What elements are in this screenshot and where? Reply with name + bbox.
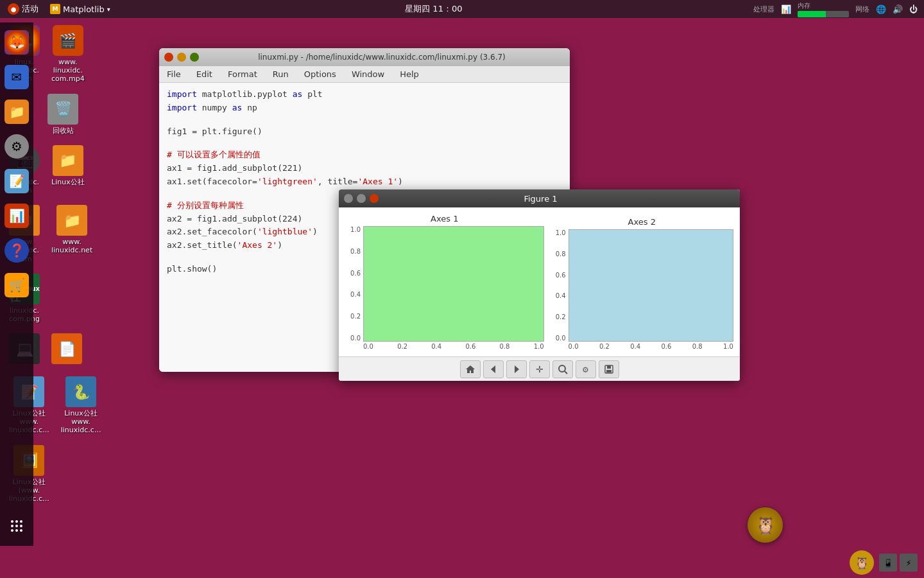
editor-close-button[interactable] bbox=[164, 53, 173, 62]
svg-point-0 bbox=[11, 520, 13, 523]
menu-window[interactable]: Window bbox=[349, 68, 387, 80]
svg-point-13 bbox=[559, 365, 565, 372]
menu-edit[interactable]: Edit bbox=[194, 68, 215, 80]
code-line-2: import numpy as np bbox=[167, 101, 562, 115]
folder1-icon: 📁 bbox=[53, 145, 83, 176]
chart2-plot bbox=[569, 229, 733, 342]
memory-bar bbox=[798, 11, 849, 17]
dock-help[interactable]: ❓ bbox=[2, 236, 31, 265]
dock-settings[interactable]: ⚙️ bbox=[2, 132, 31, 161]
svg-rect-18 bbox=[606, 370, 612, 372]
chart1-area: 1.0 0.8 0.6 0.4 0.2 0.0 bbox=[345, 226, 544, 342]
notification-owl[interactable]: 🦉 bbox=[850, 550, 874, 575]
dock-amazon-icon: 🛒 bbox=[4, 273, 29, 297]
dock-libreoffice[interactable]: 📊 bbox=[2, 201, 31, 231]
dock-files[interactable]: 📁 bbox=[2, 97, 31, 127]
editor-window-buttons bbox=[164, 53, 199, 62]
figure-toolbar: ✛ ⚙ bbox=[339, 356, 740, 381]
memory-indicator: 内存 bbox=[798, 1, 849, 17]
svg-marker-11 bbox=[515, 365, 519, 373]
menu-format[interactable]: Format bbox=[225, 68, 260, 80]
network-label: 网络 bbox=[855, 4, 869, 14]
figure-minimize-button[interactable] bbox=[344, 194, 353, 203]
code-icon: 📄 bbox=[51, 333, 82, 364]
taskbar-right: 处理器 📊 内存 网络 🌐 🔊 ⏻ bbox=[753, 1, 924, 17]
desktop-icon-folder3[interactable]: 📁 www.linuxidc.net bbox=[49, 202, 95, 257]
editor-titlebar: linuxmi.py - /home/linuxidc/www.linuxidc… bbox=[159, 48, 570, 66]
app-menu-arrow: ▾ bbox=[107, 6, 110, 13]
svg-marker-10 bbox=[491, 365, 495, 373]
left-dock: 🦊 ✉️ 📁 ⚙️ 📝 📊 ❓ 🛒 bbox=[0, 22, 33, 546]
toolbar-settings-button[interactable]: ⚙ bbox=[576, 360, 596, 378]
toolbar-pan-button[interactable]: ✛ bbox=[529, 360, 550, 378]
svg-text:✛: ✛ bbox=[536, 364, 543, 374]
owl-icon[interactable]: 🦉 bbox=[748, 507, 783, 543]
chart2-y-axis: 1.0 0.8 0.6 0.4 0.2 0.0 bbox=[551, 229, 569, 342]
python-icon: 🐍 bbox=[65, 376, 96, 407]
dock-grid-icon bbox=[4, 514, 29, 538]
speaker-icon[interactable]: 🔊 bbox=[893, 4, 903, 14]
toolbar-back-button[interactable] bbox=[483, 360, 504, 378]
editor-menubar: File Edit Format Run Options Window Help bbox=[159, 66, 570, 83]
figure-close-button[interactable] bbox=[370, 194, 379, 203]
dock-help-icon: ❓ bbox=[4, 238, 29, 263]
svg-line-14 bbox=[565, 371, 567, 374]
figure-titlebar: Figure 1 bbox=[339, 189, 740, 207]
dock-email[interactable]: ✉️ bbox=[2, 62, 31, 92]
chart-axes1: Axes 1 1.0 0.8 0.6 0.4 0.2 0.0 bbox=[345, 214, 547, 350]
app-indicator[interactable]: M Matplotlib ▾ bbox=[46, 4, 114, 14]
figure-maximize-button[interactable] bbox=[357, 194, 366, 203]
activities-button[interactable]: ● 活动 bbox=[4, 3, 42, 15]
memory-label: 内存 bbox=[798, 1, 849, 10]
desktop-icon-trash[interactable]: 🗑️ 回收站 bbox=[45, 91, 81, 137]
desktop-icon-folder1[interactable]: 📁 Linux公社 bbox=[49, 143, 87, 189]
figure-body: Axes 1 1.0 0.8 0.6 0.4 0.2 0.0 bbox=[339, 207, 740, 356]
svg-point-3 bbox=[11, 525, 13, 527]
folder1-label: Linux公社 bbox=[51, 178, 85, 186]
chart2-x-axis: 0.0 0.2 0.4 0.6 0.8 1.0 bbox=[569, 342, 733, 350]
save-icon bbox=[604, 364, 614, 374]
desktop-icon-python[interactable]: 🐍 Linux公社www.linuxidc.c... bbox=[58, 374, 104, 437]
charts-row: Axes 1 1.0 0.8 0.6 0.4 0.2 0.0 bbox=[345, 214, 733, 350]
desktop-icon-video[interactable]: 🎬 www.linuxidc.com.mp4 bbox=[49, 22, 87, 86]
axes1-background bbox=[364, 227, 543, 341]
code-line-5: ax1 = fig1.add_subplot(221) bbox=[167, 162, 562, 175]
code-line-3: fig1 = plt.figure() bbox=[167, 125, 562, 139]
editor-maximize-button[interactable] bbox=[190, 53, 199, 62]
figure-window: Figure 1 Axes 1 1.0 0.8 0.6 0.4 0.2 0.0 bbox=[339, 189, 740, 381]
dock-amazon[interactable]: 🛒 bbox=[2, 270, 31, 300]
menu-options[interactable]: Options bbox=[302, 68, 339, 80]
figure-window-buttons bbox=[344, 194, 379, 203]
bottom-right-icons: 🦉 📱 ⚡ bbox=[850, 550, 918, 575]
toolbar-save-button[interactable] bbox=[599, 360, 619, 378]
menu-run[interactable]: Run bbox=[270, 68, 291, 80]
menu-file[interactable]: File bbox=[164, 68, 184, 80]
svg-point-7 bbox=[15, 529, 18, 532]
network-icon: 🌐 bbox=[876, 4, 886, 14]
chart2-area: 1.0 0.8 0.6 0.4 0.2 0.0 bbox=[551, 229, 733, 342]
toolbar-home-button[interactable] bbox=[460, 360, 481, 378]
video-icon: 🎬 bbox=[53, 25, 83, 56]
power-icon[interactable]: ⏻ bbox=[909, 4, 918, 14]
dock-files-icon: 📁 bbox=[4, 100, 29, 124]
editor-minimize-button[interactable] bbox=[177, 53, 186, 62]
dock-settings-icon: ⚙️ bbox=[4, 134, 29, 159]
svg-point-8 bbox=[20, 529, 22, 532]
toolbar-forward-button[interactable] bbox=[506, 360, 527, 378]
toolbar-zoom-button[interactable] bbox=[552, 360, 573, 378]
notif-icon-1: 📱 bbox=[879, 554, 897, 572]
dock-firefox[interactable]: 🦊 bbox=[2, 28, 31, 57]
dock-writer[interactable]: 📝 bbox=[2, 166, 31, 196]
axes1-title: Axes 1 bbox=[345, 214, 544, 223]
dock-firefox-icon: 🦊 bbox=[4, 30, 29, 55]
matplotlib-icon: M bbox=[50, 4, 60, 14]
chart-axes2: Axes 2 1.0 0.8 0.6 0.4 0.2 0.0 bbox=[547, 217, 733, 350]
folder3-icon: 📁 bbox=[56, 205, 87, 236]
dock-grid[interactable] bbox=[2, 511, 31, 541]
menu-help[interactable]: Help bbox=[397, 68, 422, 80]
svg-point-1 bbox=[15, 520, 18, 523]
folder3-label: www.linuxidc.net bbox=[51, 238, 92, 254]
desktop-icon-code[interactable]: 📄 bbox=[49, 331, 85, 369]
trash-label: 回收站 bbox=[53, 127, 74, 135]
svg-point-4 bbox=[15, 525, 18, 527]
